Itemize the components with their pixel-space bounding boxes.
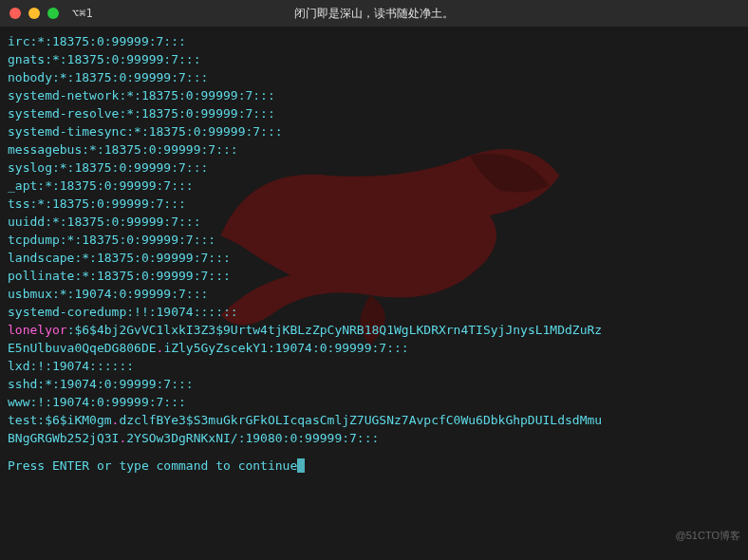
shadow-entry: systemd-timesync:*:18375:0:99999:7::: [8, 122, 740, 140]
shadow-entry: landscape:*:18375:0:99999:7::: [8, 249, 740, 267]
shadow-entry: pollinate:*:18375:0:99999:7::: [8, 267, 740, 285]
shadow-entry: _apt:*:18375:0:99999:7::: [8, 177, 740, 195]
shadow-entry: irc:*:18375:0:99999:7::: [8, 32, 740, 50]
tab-shortcut-label: ⌥⌘1 [72, 7, 93, 20]
shadow-entry: systemd-network:*:18375:0:99999:7::: [8, 86, 740, 104]
shadow-entry: usbmux:*:19074:0:99999:7::: [8, 285, 740, 303]
terminal-output: irc:*:18375:0:99999:7:::gnats:*:18375:0:… [8, 32, 740, 475]
shadow-entry: syslog:*:18375:0:99999:7::: [8, 159, 740, 177]
watermark-text: @51CTO博客 [676, 529, 740, 543]
shadow-entry: tcpdump:*:18375:0:99999:7::: [8, 231, 740, 249]
shadow-entry: tss:*:18375:0:99999:7::: [8, 195, 740, 213]
window-controls [9, 8, 59, 19]
close-icon[interactable] [9, 8, 21, 19]
shadow-entry: systemd-coredump:!!:19074:::::: [8, 303, 740, 321]
shadow-entry-lonelyor: lonelyor:$6$4bj2GvVC1lxkI3Z3$9Urtw4tjKBL… [8, 321, 740, 339]
shadow-entry: www:!:19074:0:99999:7::: [8, 393, 740, 411]
shadow-entry: gnats:*:18375:0:99999:7::: [8, 50, 740, 68]
minimize-icon[interactable] [28, 8, 40, 19]
shadow-entry: systemd-resolve:*:18375:0:99999:7::: [8, 104, 740, 122]
continue-prompt[interactable]: Press ENTER or type command to continue [8, 457, 740, 475]
maximize-icon[interactable] [47, 8, 59, 19]
shadow-entry-test: test:$6$iKM0gm.dzclfBYe3$S3muGkrGFkOLIcq… [8, 411, 740, 429]
shadow-entry: nobody:*:18375:0:99999:7::: [8, 68, 740, 86]
shadow-entry: lxd:!:19074:::::: [8, 357, 740, 375]
window-title: 闭门即是深山，读书随处净土。 [294, 6, 454, 22]
terminal-area[interactable]: irc:*:18375:0:99999:7:::gnats:*:18375:0:… [0, 27, 748, 560]
titlebar: ⌥⌘1 闭门即是深山，读书随处净土。 [0, 0, 748, 27]
cursor-icon [297, 458, 305, 473]
shadow-entry: sshd:*:19074:0:99999:7::: [8, 375, 740, 393]
shadow-entry: uuidd:*:18375:0:99999:7::: [8, 213, 740, 231]
shadow-entry-test-cont: BNgGRGWb252jQ3I.2YSOw3DgRNKxNI/:19080:0:… [8, 429, 740, 447]
shadow-entry: messagebus:*:18375:0:99999:7::: [8, 140, 740, 159]
username-highlight: lonelyor [8, 323, 67, 337]
shadow-entry-lonelyor-cont: E5nUlbuva0QqeDG806DE.iZly5GyZscekY1:1907… [8, 339, 740, 357]
